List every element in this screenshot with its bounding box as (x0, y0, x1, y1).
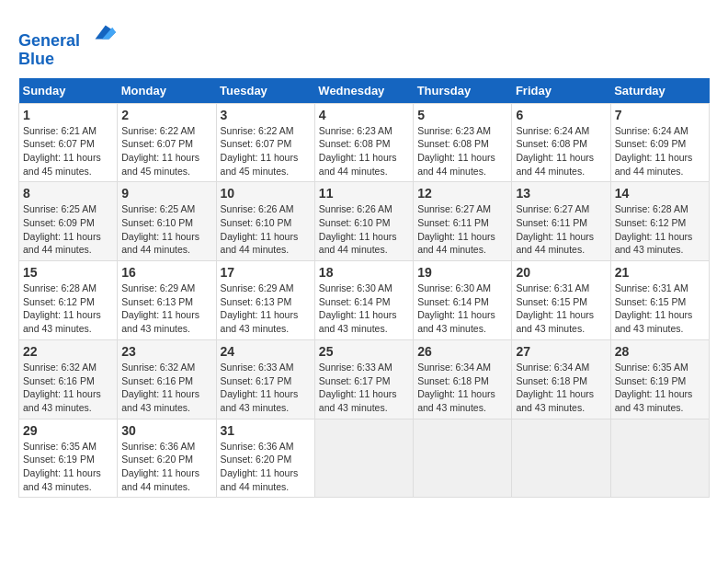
logo: General Blue (18, 18, 116, 69)
calendar-cell (314, 419, 413, 498)
calendar-cell: 29Sunrise: 6:35 AM Sunset: 6:19 PM Dayli… (19, 419, 118, 498)
calendar-cell: 23Sunrise: 6:32 AM Sunset: 6:16 PM Dayli… (118, 339, 216, 419)
calendar-cell: 1Sunrise: 6:21 AM Sunset: 6:07 PM Daylig… (19, 103, 118, 182)
day-info: Sunrise: 6:23 AM Sunset: 6:08 PM Dayligh… (319, 124, 409, 178)
calendar-cell (414, 419, 512, 498)
weekday-header-saturday: Saturday (610, 78, 709, 104)
day-number: 13 (516, 186, 606, 201)
day-info: Sunrise: 6:36 AM Sunset: 6:20 PM Dayligh… (121, 440, 211, 494)
day-info: Sunrise: 6:27 AM Sunset: 6:11 PM Dayligh… (516, 202, 606, 257)
day-info: Sunrise: 6:32 AM Sunset: 6:16 PM Dayligh… (23, 361, 113, 415)
day-info: Sunrise: 6:27 AM Sunset: 6:11 PM Dayligh… (417, 202, 507, 257)
day-info: Sunrise: 6:25 AM Sunset: 6:09 PM Dayligh… (23, 202, 113, 257)
calendar-cell: 12Sunrise: 6:27 AM Sunset: 6:11 PM Dayli… (414, 182, 512, 261)
day-number: 3 (221, 108, 311, 122)
weekday-header-sunday: Sunday (19, 78, 118, 104)
day-number: 11 (319, 186, 409, 201)
calendar-week-row: 22Sunrise: 6:32 AM Sunset: 6:16 PM Dayli… (19, 339, 710, 419)
day-info: Sunrise: 6:31 AM Sunset: 6:15 PM Dayligh… (516, 282, 606, 336)
day-number: 30 (121, 423, 211, 438)
calendar-cell: 18Sunrise: 6:30 AM Sunset: 6:14 PM Dayli… (314, 261, 413, 340)
day-number: 7 (615, 108, 705, 122)
day-info: Sunrise: 6:21 AM Sunset: 6:07 PM Dayligh… (23, 124, 113, 178)
day-info: Sunrise: 6:25 AM Sunset: 6:10 PM Dayligh… (121, 202, 211, 257)
calendar-cell: 3Sunrise: 6:22 AM Sunset: 6:07 PM Daylig… (216, 103, 314, 182)
day-number: 23 (121, 344, 211, 359)
day-number: 1 (23, 108, 113, 122)
day-info: Sunrise: 6:28 AM Sunset: 6:12 PM Dayligh… (615, 202, 705, 257)
day-number: 25 (319, 344, 409, 359)
day-info: Sunrise: 6:28 AM Sunset: 6:12 PM Dayligh… (23, 282, 113, 336)
day-number: 4 (319, 108, 409, 122)
weekday-header-thursday: Thursday (414, 78, 512, 104)
day-number: 12 (417, 186, 507, 201)
calendar-cell: 10Sunrise: 6:26 AM Sunset: 6:10 PM Dayli… (216, 182, 314, 261)
calendar-cell: 5Sunrise: 6:23 AM Sunset: 6:08 PM Daylig… (414, 103, 512, 182)
day-info: Sunrise: 6:34 AM Sunset: 6:18 PM Dayligh… (417, 361, 507, 415)
calendar-cell: 4Sunrise: 6:23 AM Sunset: 6:08 PM Daylig… (314, 103, 413, 182)
calendar-cell: 21Sunrise: 6:31 AM Sunset: 6:15 PM Dayli… (610, 261, 709, 340)
calendar-cell: 17Sunrise: 6:29 AM Sunset: 6:13 PM Dayli… (216, 261, 314, 340)
day-number: 18 (319, 265, 409, 280)
day-number: 2 (121, 108, 211, 122)
day-info: Sunrise: 6:26 AM Sunset: 6:10 PM Dayligh… (319, 202, 409, 257)
day-info: Sunrise: 6:33 AM Sunset: 6:17 PM Dayligh… (221, 361, 311, 415)
calendar-cell: 30Sunrise: 6:36 AM Sunset: 6:20 PM Dayli… (118, 419, 216, 498)
calendar-cell: 25Sunrise: 6:33 AM Sunset: 6:17 PM Dayli… (314, 339, 413, 419)
day-info: Sunrise: 6:36 AM Sunset: 6:20 PM Dayligh… (221, 440, 311, 494)
day-info: Sunrise: 6:23 AM Sunset: 6:08 PM Dayligh… (417, 124, 507, 178)
calendar-cell: 28Sunrise: 6:35 AM Sunset: 6:19 PM Dayli… (610, 339, 709, 419)
day-info: Sunrise: 6:33 AM Sunset: 6:17 PM Dayligh… (319, 361, 409, 415)
weekday-header-friday: Friday (512, 78, 610, 104)
calendar-cell: 22Sunrise: 6:32 AM Sunset: 6:16 PM Dayli… (19, 339, 118, 419)
day-number: 8 (23, 186, 113, 201)
day-number: 31 (221, 423, 311, 438)
calendar-cell: 14Sunrise: 6:28 AM Sunset: 6:12 PM Dayli… (610, 182, 709, 261)
calendar-cell: 20Sunrise: 6:31 AM Sunset: 6:15 PM Dayli… (512, 261, 610, 340)
day-number: 28 (615, 344, 705, 359)
day-number: 26 (417, 344, 507, 359)
calendar-week-row: 29Sunrise: 6:35 AM Sunset: 6:19 PM Dayli… (19, 419, 710, 498)
day-info: Sunrise: 6:24 AM Sunset: 6:09 PM Dayligh… (615, 124, 705, 178)
day-info: Sunrise: 6:22 AM Sunset: 6:07 PM Dayligh… (221, 124, 311, 178)
weekday-header-row: SundayMondayTuesdayWednesdayThursdayFrid… (19, 78, 710, 104)
calendar-cell: 7Sunrise: 6:24 AM Sunset: 6:09 PM Daylig… (610, 103, 709, 182)
day-info: Sunrise: 6:29 AM Sunset: 6:13 PM Dayligh… (121, 282, 211, 336)
calendar-week-row: 15Sunrise: 6:28 AM Sunset: 6:12 PM Dayli… (19, 261, 710, 340)
day-number: 15 (23, 265, 113, 280)
day-info: Sunrise: 6:22 AM Sunset: 6:07 PM Dayligh… (121, 124, 211, 178)
day-info: Sunrise: 6:34 AM Sunset: 6:18 PM Dayligh… (516, 361, 606, 415)
calendar-cell (610, 419, 709, 498)
day-info: Sunrise: 6:32 AM Sunset: 6:16 PM Dayligh… (121, 361, 211, 415)
calendar-table: SundayMondayTuesdayWednesdayThursdayFrid… (18, 78, 710, 499)
calendar-cell (512, 419, 610, 498)
calendar-cell: 11Sunrise: 6:26 AM Sunset: 6:10 PM Dayli… (314, 182, 413, 261)
calendar-cell: 19Sunrise: 6:30 AM Sunset: 6:14 PM Dayli… (414, 261, 512, 340)
calendar-week-row: 1Sunrise: 6:21 AM Sunset: 6:07 PM Daylig… (19, 103, 710, 182)
day-number: 6 (516, 108, 606, 122)
logo-icon (88, 18, 116, 46)
day-number: 29 (23, 423, 113, 438)
calendar-cell: 27Sunrise: 6:34 AM Sunset: 6:18 PM Dayli… (512, 339, 610, 419)
calendar-cell: 13Sunrise: 6:27 AM Sunset: 6:11 PM Dayli… (512, 182, 610, 261)
weekday-header-monday: Monday (118, 78, 216, 104)
logo-general: General (18, 31, 80, 50)
day-number: 22 (23, 344, 113, 359)
page-header: General Blue (18, 18, 710, 69)
calendar-cell: 16Sunrise: 6:29 AM Sunset: 6:13 PM Dayli… (118, 261, 216, 340)
calendar-cell: 6Sunrise: 6:24 AM Sunset: 6:08 PM Daylig… (512, 103, 610, 182)
calendar-week-row: 8Sunrise: 6:25 AM Sunset: 6:09 PM Daylig… (19, 182, 710, 261)
day-number: 16 (121, 265, 211, 280)
day-info: Sunrise: 6:31 AM Sunset: 6:15 PM Dayligh… (615, 282, 705, 336)
day-info: Sunrise: 6:30 AM Sunset: 6:14 PM Dayligh… (319, 282, 409, 336)
calendar-cell: 31Sunrise: 6:36 AM Sunset: 6:20 PM Dayli… (216, 419, 314, 498)
calendar-cell: 2Sunrise: 6:22 AM Sunset: 6:07 PM Daylig… (118, 103, 216, 182)
day-number: 27 (516, 344, 606, 359)
day-number: 9 (121, 186, 211, 201)
day-number: 17 (221, 265, 311, 280)
day-info: Sunrise: 6:35 AM Sunset: 6:19 PM Dayligh… (23, 440, 113, 494)
day-info: Sunrise: 6:30 AM Sunset: 6:14 PM Dayligh… (417, 282, 507, 336)
day-number: 19 (417, 265, 507, 280)
calendar-cell: 15Sunrise: 6:28 AM Sunset: 6:12 PM Dayli… (19, 261, 118, 340)
day-info: Sunrise: 6:35 AM Sunset: 6:19 PM Dayligh… (615, 361, 705, 415)
